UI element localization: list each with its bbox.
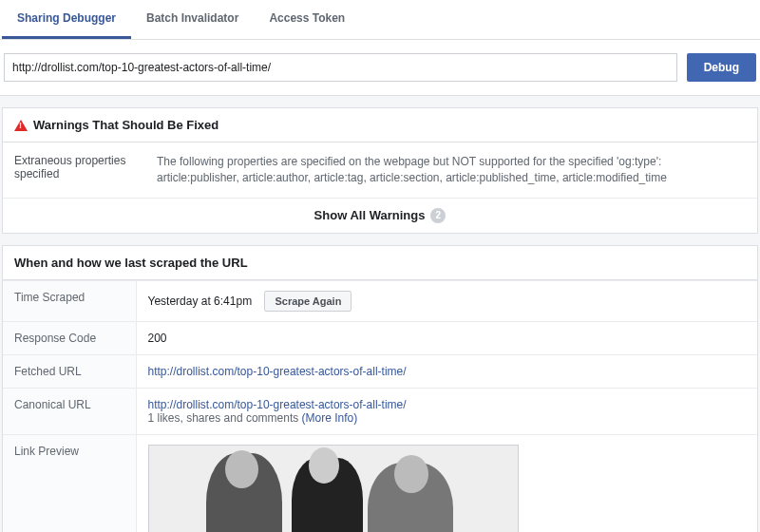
scrape-again-button[interactable]: Scrape Again — [264, 291, 352, 312]
table-row: Canonical URL http://drollist.com/top-10… — [3, 388, 757, 434]
table-row: Link Preview — [3, 434, 757, 532]
warning-icon — [14, 120, 28, 131]
fetched-url-label: Fetched URL — [3, 354, 136, 388]
scrape-header: When and how we last scraped the URL — [3, 246, 757, 280]
url-row: Debug — [0, 40, 760, 96]
warning-row: Extraneous properties specified The foll… — [3, 142, 757, 199]
response-code-label: Response Code — [3, 321, 136, 354]
link-preview-image — [148, 445, 519, 532]
scrape-title: When and how we last scraped the URL — [14, 256, 248, 270]
table-row: Time Scraped Yesterday at 6:41pm Scrape … — [3, 280, 757, 321]
warning-label: Extraneous properties specified — [14, 154, 138, 186]
show-all-label: Show All Warnings — [314, 208, 426, 222]
canonical-url-link[interactable]: http://drollist.com/top-10-greatest-acto… — [148, 398, 407, 411]
link-preview-label: Link Preview — [3, 434, 136, 532]
scrape-info-table: Time Scraped Yesterday at 6:41pm Scrape … — [3, 280, 757, 532]
warnings-panel: Warnings That Should Be Fixed Extraneous… — [2, 107, 758, 234]
canonical-url-label: Canonical URL — [3, 388, 136, 434]
fetched-url-link[interactable]: http://drollist.com/top-10-greatest-acto… — [148, 365, 407, 378]
tab-access-token[interactable]: Access Token — [254, 0, 360, 39]
canonical-meta: 1 likes, shares and comments — [148, 411, 299, 425]
tab-sharing-debugger[interactable]: Sharing Debugger — [2, 0, 131, 39]
table-row: Response Code 200 — [3, 321, 757, 354]
tab-batch-invalidator[interactable]: Batch Invalidator — [131, 0, 254, 39]
warnings-header: Warnings That Should Be Fixed — [3, 108, 757, 142]
warning-text: The following properties are specified o… — [157, 154, 746, 186]
time-scraped-value: Yesterday at 6:41pm — [148, 294, 253, 308]
tabs-bar: Sharing Debugger Batch Invalidator Acces… — [0, 0, 760, 40]
more-info-link[interactable]: (More Info) — [302, 411, 358, 425]
warning-count-badge: 2 — [430, 208, 446, 223]
debug-button[interactable]: Debug — [687, 53, 756, 82]
table-row: Fetched URL http://drollist.com/top-10-g… — [3, 354, 757, 388]
response-code-value: 200 — [136, 321, 757, 354]
warnings-title: Warnings That Should Be Fixed — [33, 118, 218, 132]
time-scraped-label: Time Scraped — [3, 280, 136, 321]
show-all-warnings[interactable]: Show All Warnings 2 — [3, 199, 757, 233]
scrape-panel: When and how we last scraped the URL Tim… — [2, 245, 758, 532]
url-input[interactable] — [4, 53, 677, 82]
